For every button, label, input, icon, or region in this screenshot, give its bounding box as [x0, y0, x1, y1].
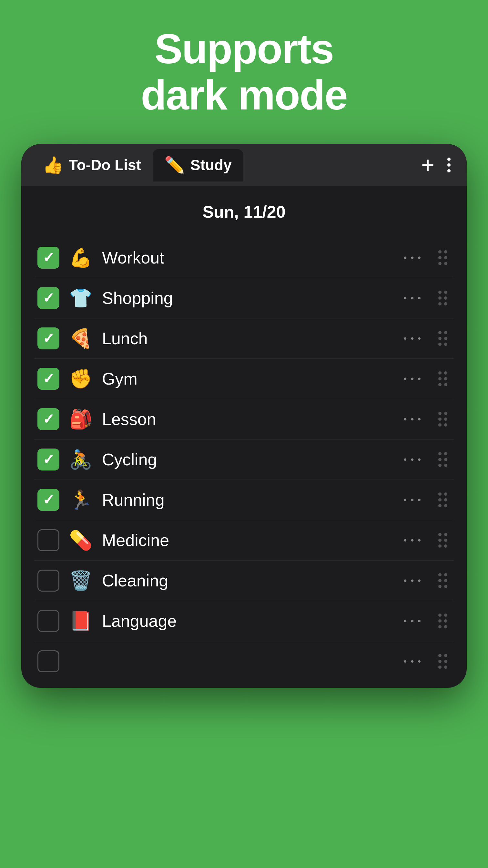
dot: •	[418, 495, 422, 505]
checkbox-3[interactable]: ✓	[37, 328, 59, 349]
list-item: 📕 Language •••	[34, 601, 454, 641]
drag-handle-7[interactable]	[435, 489, 451, 510]
tab-study[interactable]: ✏️ Study	[153, 149, 243, 182]
dot: •	[404, 374, 408, 384]
dot: •	[404, 333, 408, 344]
checkmark-2: ✓	[42, 291, 55, 305]
drag-handle-1[interactable]	[435, 247, 451, 268]
header-line1: Supports	[141, 26, 347, 72]
dot: •	[411, 252, 415, 263]
item-more-1[interactable]: •••	[400, 249, 425, 266]
drag-handle-6[interactable]	[435, 449, 451, 470]
item-label-7: Running	[102, 490, 391, 509]
drag-handle-8[interactable]	[435, 530, 451, 551]
item-emoji-2: 👕	[69, 287, 92, 309]
checkbox-1[interactable]: ✓	[37, 247, 59, 269]
dot: •	[418, 656, 422, 666]
dot3	[447, 169, 451, 173]
tab-bar: 👍 To-Do List ✏️ Study +	[21, 144, 467, 186]
dot: •	[411, 454, 415, 465]
item-more-5[interactable]: •••	[400, 411, 425, 428]
item-label-8: Medicine	[102, 531, 391, 550]
dot: •	[411, 333, 415, 344]
dot: •	[418, 374, 422, 384]
item-label-2: Shopping	[102, 288, 391, 308]
dot: •	[404, 616, 408, 626]
dot: •	[411, 616, 415, 626]
item-label-5: Lesson	[102, 409, 391, 429]
dot: •	[418, 252, 422, 263]
item-emoji-4: ✊	[69, 368, 92, 390]
item-more-3[interactable]: •••	[400, 330, 425, 347]
checkmark-7: ✓	[42, 493, 55, 507]
dot: •	[404, 293, 408, 303]
drag-handle-4[interactable]	[435, 368, 451, 390]
item-emoji-8: 💊	[69, 529, 92, 551]
list-item: ✓ 💪 Workout •••	[34, 238, 454, 278]
more-menu-button[interactable]	[441, 154, 457, 176]
list-item: ✓ 🎒 Lesson •••	[34, 399, 454, 439]
checkbox-11[interactable]	[37, 650, 59, 672]
drag-handle-3[interactable]	[435, 328, 451, 349]
item-more-2[interactable]: •••	[400, 290, 425, 306]
dot2	[447, 163, 451, 166]
checkbox-2[interactable]: ✓	[37, 287, 59, 309]
dot: •	[411, 495, 415, 505]
tab-todo-label: To-Do List	[69, 156, 141, 174]
add-tab-button[interactable]: +	[415, 149, 441, 181]
list-item: ✓ 👕 Shopping •••	[34, 278, 454, 318]
checkbox-8[interactable]	[37, 529, 59, 551]
item-more-8[interactable]: •••	[400, 532, 425, 549]
drag-handle-11[interactable]	[435, 651, 451, 672]
dot: •	[404, 576, 408, 586]
dot: •	[411, 414, 415, 424]
dot: •	[404, 656, 408, 666]
item-more-9[interactable]: •••	[400, 572, 425, 589]
list-item: ✓ 🚴 Cycling •••	[34, 439, 454, 480]
drag-handle-9[interactable]	[435, 570, 451, 591]
header-line2: dark mode	[141, 72, 347, 118]
item-emoji-5: 🎒	[69, 408, 92, 430]
item-label-3: Lunch	[102, 329, 391, 348]
dot: •	[404, 252, 408, 263]
app-container: 👍 To-Do List ✏️ Study + Sun, 11/20 ✓ 💪 W…	[21, 144, 467, 688]
item-more-11[interactable]: •••	[400, 653, 425, 670]
dot: •	[404, 414, 408, 424]
list-item: ✓ ✊ Gym •••	[34, 359, 454, 399]
drag-handle-2[interactable]	[435, 287, 451, 309]
item-label-6: Cycling	[102, 450, 391, 469]
item-more-10[interactable]: •••	[400, 613, 425, 629]
dot: •	[404, 535, 408, 546]
checkmark-6: ✓	[42, 453, 55, 467]
dot: •	[418, 414, 422, 424]
item-label-1: Workout	[102, 248, 391, 268]
list-item: ✓ 🏃 Running •••	[34, 480, 454, 520]
item-more-7[interactable]: •••	[400, 492, 425, 508]
drag-handle-5[interactable]	[435, 408, 451, 430]
todo-list: ✓ 💪 Workout ••• ✓ 👕 Shopping •••	[21, 231, 467, 688]
tab-todo[interactable]: 👍 To-Do List	[31, 149, 153, 182]
checkbox-5[interactable]: ✓	[37, 408, 59, 430]
checkbox-7[interactable]: ✓	[37, 489, 59, 511]
header-text: Supports dark mode	[141, 26, 347, 118]
checkbox-9[interactable]	[37, 569, 59, 592]
list-item: •••	[34, 641, 454, 681]
header-section: Supports dark mode	[141, 0, 347, 118]
checkbox-6[interactable]: ✓	[37, 448, 59, 470]
list-item: 🗑️ Cleaning •••	[34, 561, 454, 601]
checkmark-5: ✓	[42, 412, 55, 426]
dot: •	[418, 333, 422, 344]
checkbox-10[interactable]	[37, 610, 59, 632]
drag-handle-10[interactable]	[435, 610, 451, 631]
checkbox-4[interactable]: ✓	[37, 368, 59, 390]
item-emoji-3: 🍕	[69, 328, 92, 349]
tab-study-label: Study	[190, 156, 232, 174]
dot: •	[404, 495, 408, 505]
item-more-6[interactable]: •••	[400, 451, 425, 468]
dot: •	[418, 454, 422, 465]
item-emoji-1: 💪	[69, 247, 92, 269]
item-more-4[interactable]: •••	[400, 370, 425, 387]
dot: •	[404, 454, 408, 465]
list-item: 💊 Medicine •••	[34, 520, 454, 561]
list-item: ✓ 🍕 Lunch •••	[34, 318, 454, 359]
